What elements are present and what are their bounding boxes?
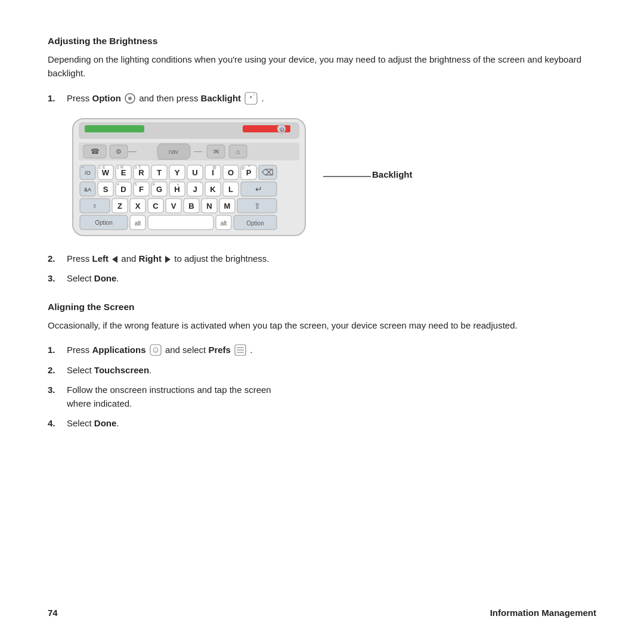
svg-text:C: C <box>153 202 159 210</box>
svg-text:E: E <box>103 165 106 169</box>
right-arrow-icon <box>165 256 171 263</box>
section-brightness-title: Adjusting the Brightness <box>48 36 596 47</box>
step-1-bold-option: Option <box>92 93 121 103</box>
svg-text:H: H <box>174 185 179 194</box>
footer-page-number: 74 <box>48 608 58 618</box>
svg-text:U: U <box>192 168 197 177</box>
svg-text:': ' <box>200 182 201 186</box>
section-aligning: Aligning the Screen Occasionally, if the… <box>48 302 596 431</box>
svg-text:⌂: ⌂ <box>154 349 157 353</box>
svg-text:O: O <box>228 168 234 177</box>
svg-text:—: — <box>128 146 137 156</box>
svg-text:N: N <box>206 202 212 210</box>
step-3-bold-done: Done <box>94 273 117 283</box>
svg-text:@: @ <box>212 165 216 169</box>
option-icon <box>123 93 139 103</box>
align-step-3-content: Follow the onscreen instructions and tap… <box>67 383 596 411</box>
svg-text:B: B <box>188 202 194 210</box>
svg-text:s: s <box>177 182 179 186</box>
svg-text:D: D <box>120 185 126 194</box>
page: Adjusting the Brightness Depending on th… <box>0 0 644 644</box>
svg-text:R: R <box>138 168 144 177</box>
svg-text:⌂: ⌂ <box>236 148 240 155</box>
svg-text:P: P <box>246 168 252 177</box>
svg-text:V: V <box>171 202 177 210</box>
svg-rect-7 <box>85 125 144 132</box>
svg-text:⌫: ⌫ <box>262 168 274 177</box>
step-3-content: Select Done. <box>67 271 596 285</box>
aligning-step-3: 3. Follow the onscreen instructions and … <box>48 383 596 411</box>
step-num-3: 3. <box>48 271 67 285</box>
spacer <box>48 291 596 302</box>
svg-text:↵: ↵ <box>255 184 262 194</box>
align-step-num-4: 4. <box>48 416 67 430</box>
brightness-step-1: 1. Press Option and then press Backlight <box>48 91 596 106</box>
backlight-label-text: Backlight <box>372 169 413 179</box>
svg-text:⇧: ⇧ <box>92 203 97 209</box>
svg-text:⚙: ⚙ <box>116 148 122 155</box>
align-step-1-bold-apps: Applications <box>92 345 146 355</box>
svg-text:/O: /O <box>85 170 91 176</box>
svg-text:&A: &A <box>84 187 91 193</box>
svg-rect-2 <box>245 92 257 104</box>
step-num-2: 2. <box>48 252 67 265</box>
svg-text:Y: Y <box>175 168 180 177</box>
svg-text:✉: ✉ <box>213 148 219 155</box>
svg-text:T: T <box>138 165 141 169</box>
svg-text:R: R <box>120 165 123 169</box>
align-step-2-bold: Touchscreen <box>94 365 149 375</box>
svg-text:alt: alt <box>135 220 141 227</box>
prefs-icon <box>233 345 250 355</box>
svg-text:Option: Option <box>95 219 112 226</box>
svg-point-1 <box>128 97 132 100</box>
brightness-steps-2: 2. Press Left and Right to adjust the br… <box>48 252 596 286</box>
svg-text:*: * <box>248 164 250 169</box>
footer: 74 Information Management <box>48 608 596 618</box>
svg-text:X: X <box>135 202 141 210</box>
left-arrow-icon <box>112 256 117 263</box>
svg-text:nav: nav <box>169 148 178 155</box>
svg-text:T: T <box>157 168 162 177</box>
align-step-1-bold-prefs: Prefs <box>208 345 231 355</box>
aligning-step-4: 4. Select Done. <box>48 416 596 430</box>
svg-rect-105 <box>148 215 213 230</box>
section-aligning-intro: Occasionally, if the wrong feature is ac… <box>48 318 596 332</box>
aligning-step-1: 1. Press Applications ⌂ and select Prefs <box>48 343 596 357</box>
svg-text:*: * <box>253 94 255 97</box>
step-1-bold-backlight: Backlight <box>201 93 242 103</box>
brightness-steps: 1. Press Option and then press Backlight <box>48 91 596 106</box>
svg-text:Z: Z <box>117 202 122 210</box>
step-2-bold-right: Right <box>139 253 162 264</box>
svg-text:☎: ☎ <box>91 147 100 156</box>
svg-text:K: K <box>210 185 216 194</box>
svg-text:p: p <box>242 165 244 170</box>
svg-text:alt: alt <box>221 220 227 227</box>
aligning-steps: 1. Press Applications ⌂ and select Prefs <box>48 343 596 430</box>
svg-text:L: L <box>228 185 233 194</box>
svg-text:F: F <box>139 185 144 194</box>
aligning-step-2: 2. Select Touchscreen. <box>48 363 596 377</box>
step-2-bold-left: Left <box>92 253 109 264</box>
backlight-key-icon: p * <box>243 93 261 103</box>
section-brightness-intro: Depending on the lighting conditions whe… <box>48 52 596 80</box>
step-1-content: Press Option and then press Backlight p … <box>67 91 596 106</box>
svg-text:I: I <box>212 168 214 177</box>
svg-text:⏻: ⏻ <box>279 127 284 132</box>
svg-text:W: W <box>102 168 110 177</box>
align-step-num-1: 1. <box>48 343 67 357</box>
section-aligning-title: Aligning the Screen <box>48 302 596 312</box>
brightness-step-3: 3. Select Done. <box>48 271 596 285</box>
svg-text:—: — <box>194 146 202 156</box>
svg-text:+: + <box>82 165 84 169</box>
section-brightness: Adjusting the Brightness Depending on th… <box>48 36 596 285</box>
keyboard-image: ⏻ ☎ ⚙ — nav — <box>67 114 317 241</box>
align-step-2-content: Select Touchscreen. <box>67 363 596 377</box>
backlight-callout: Backlight <box>323 159 401 196</box>
svg-text:G: G <box>156 185 162 194</box>
align-step-4-bold: Done <box>94 418 117 428</box>
footer-section-title: Information Management <box>490 608 596 618</box>
align-step-num-2: 2. <box>48 363 67 377</box>
svg-text:S: S <box>103 185 109 194</box>
applications-icon: ⌂ <box>148 345 165 355</box>
brightness-step-2: 2. Press Left and Right to adjust the br… <box>48 252 596 265</box>
